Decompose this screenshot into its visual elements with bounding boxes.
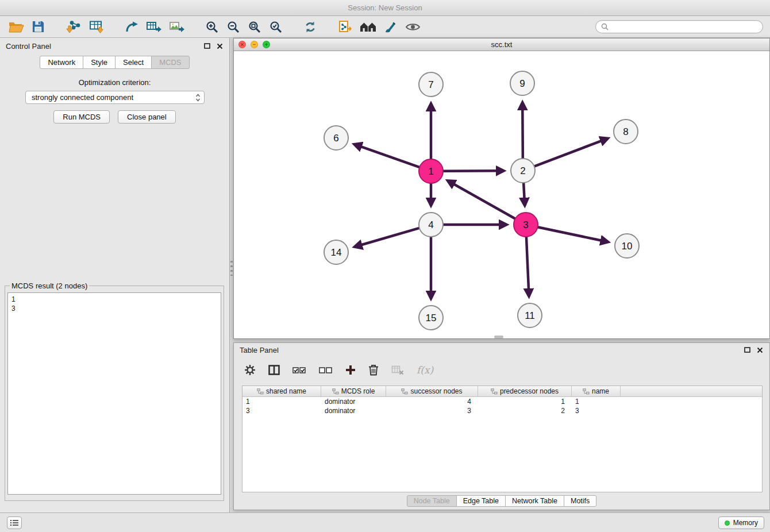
column-header-successor-nodes[interactable]: successor nodes [386, 386, 478, 396]
close-panel-button[interactable]: Close panel [118, 110, 176, 124]
panel-visibility-button[interactable] [7, 516, 22, 529]
run-mcds-button[interactable]: Run MCDS [53, 110, 110, 124]
maximize-window-button[interactable] [263, 41, 270, 48]
zoom-in-button[interactable] [203, 19, 221, 35]
show-hide-graphics-button[interactable] [403, 21, 422, 33]
edge-3-11[interactable] [526, 237, 529, 296]
column-header-mcds-role[interactable]: MCDS role [321, 386, 386, 396]
close-window-button[interactable] [238, 41, 246, 48]
table-panel-header: Table Panel [234, 343, 769, 357]
import-table-button[interactable] [87, 19, 106, 35]
float-table-panel-button[interactable] [744, 346, 751, 353]
zoom-selected-button[interactable] [267, 19, 284, 35]
houses-icon [360, 21, 376, 33]
tab-network-table[interactable]: Network Table [505, 495, 564, 507]
memory-status-icon [725, 521, 730, 526]
add-column-button[interactable] [344, 364, 357, 376]
tab-motifs[interactable]: Motifs [564, 495, 596, 507]
cell-successor-nodes: 3 [386, 407, 478, 415]
node-11[interactable]: 11 [518, 303, 542, 327]
show-columns-button[interactable] [267, 364, 281, 376]
memory-button[interactable]: Memory [718, 516, 764, 529]
select-all-columns-button[interactable] [291, 365, 307, 375]
optimization-criterion-label: Optimization criterion: [0, 78, 229, 87]
edge-3-10[interactable] [538, 227, 608, 242]
deselect-all-columns-button[interactable] [318, 365, 334, 375]
node-label: 9 [519, 78, 525, 89]
export-image-icon [169, 21, 184, 33]
table-body: 1dominator4113dominator323 [242, 397, 762, 415]
main-toolbar [0, 16, 770, 38]
first-neighbors-button[interactable] [358, 20, 378, 34]
node-10[interactable]: 10 [615, 234, 639, 258]
memory-button-label: Memory [733, 519, 758, 527]
export-network-button[interactable] [123, 19, 140, 35]
float-window-icon [204, 43, 210, 49]
export-table-button[interactable] [144, 20, 163, 34]
edge-4-14[interactable] [355, 228, 419, 247]
tab-edge-table[interactable]: Edge Table [456, 495, 506, 507]
window-splitter-grip[interactable] [494, 336, 503, 338]
node-9[interactable]: 9 [510, 71, 534, 95]
criterion-dropdown[interactable]: strongly connected component [25, 91, 205, 104]
node-14[interactable]: 14 [324, 240, 348, 264]
node-6[interactable]: 6 [324, 126, 348, 150]
sort-icon [332, 388, 339, 395]
node-2[interactable]: 2 [511, 159, 535, 183]
column-header-name[interactable]: name [572, 386, 621, 396]
table-settings-button[interactable] [243, 363, 257, 377]
zoom-out-button[interactable] [225, 19, 242, 35]
delete-column-button[interactable] [367, 363, 380, 377]
edge-1-2[interactable] [443, 171, 503, 171]
edge-1-6[interactable] [355, 144, 419, 167]
table-row[interactable]: 3dominator323 [242, 406, 762, 415]
tab-mcds[interactable]: MCDS [151, 56, 189, 69]
import-network-button[interactable] [64, 19, 83, 35]
network-from-selection-button[interactable] [336, 19, 354, 35]
node-15[interactable]: 15 [419, 306, 443, 330]
search-input[interactable] [611, 23, 757, 31]
delete-table-button[interactable] [390, 364, 405, 376]
panel-splitter-grip[interactable] [230, 261, 233, 276]
node-3[interactable]: 3 [514, 213, 538, 237]
edge-2-3[interactable] [523, 183, 525, 205]
apply-style-button[interactable] [382, 19, 399, 35]
result-item[interactable]: 1 [11, 295, 217, 304]
network-window-titlebar[interactable]: scc.txt [234, 38, 769, 51]
edge-2-8[interactable] [534, 138, 608, 166]
table-row[interactable]: 1dominator411 [242, 397, 762, 406]
mcds-result-list[interactable]: 13 [7, 292, 221, 495]
tab-select[interactable]: Select [115, 56, 152, 69]
tab-network[interactable]: Network [40, 56, 83, 69]
node-1[interactable]: 1 [419, 159, 443, 183]
open-session-button[interactable] [7, 20, 26, 34]
edge-3-1[interactable] [448, 181, 515, 219]
close-panel-icon-button[interactable] [216, 43, 224, 50]
table-panel: Table Panel [233, 342, 770, 510]
column-header-label: name [592, 387, 609, 395]
table-header-row: shared nameMCDS rolesuccessor nodesprede… [242, 386, 762, 397]
column-header-label: predecessor nodes [500, 387, 559, 395]
node-4[interactable]: 4 [419, 213, 443, 237]
node-7[interactable]: 7 [419, 72, 443, 97]
float-panel-button[interactable] [203, 43, 211, 49]
edge-2-9[interactable] [522, 103, 523, 159]
close-table-panel-button[interactable] [756, 346, 764, 354]
minimize-window-button[interactable] [251, 41, 258, 48]
network-canvas[interactable]: 1234678910111415 [234, 51, 769, 338]
cell-name: 1 [572, 398, 621, 406]
function-builder-button[interactable]: f(x) [415, 363, 434, 377]
node-8[interactable]: 8 [614, 119, 638, 144]
export-image-button[interactable] [167, 20, 186, 34]
minimize-glyph-icon [252, 43, 256, 47]
zoom-fit-button[interactable] [246, 19, 263, 35]
column-header-shared-name[interactable]: shared name [242, 386, 321, 396]
tab-node-table[interactable]: Node Table [407, 495, 457, 507]
columns-icon [268, 365, 280, 375]
search-field[interactable] [595, 20, 763, 33]
column-header-predecessor-nodes[interactable]: predecessor nodes [478, 386, 572, 396]
tab-style[interactable]: Style [83, 56, 116, 69]
save-session-button[interactable] [30, 19, 47, 34]
refresh-button[interactable] [302, 19, 319, 35]
result-item[interactable]: 3 [11, 304, 217, 313]
